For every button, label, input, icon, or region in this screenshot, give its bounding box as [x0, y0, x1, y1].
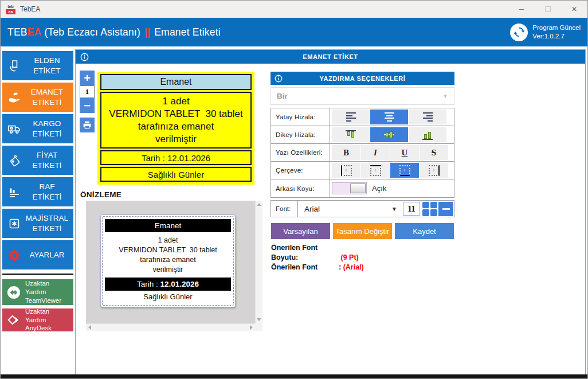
change-design-button[interactable]: Tasarım Değiştir — [333, 223, 392, 239]
brand-ea: EA — [28, 26, 42, 38]
border-left-icon: + — [341, 165, 352, 176]
bold-button[interactable]: B — [332, 145, 360, 160]
options-title: YAZDIRMA SEÇENEKLERİ — [271, 75, 454, 82]
preview-vertical-scrollbar[interactable] — [255, 201, 262, 323]
preview-horizontal-scrollbar[interactable] — [86, 323, 255, 331]
toggle-state-label: Açık — [372, 184, 386, 193]
recommended-font: Önerilen Font: (Arial) — [271, 263, 364, 272]
underline-button[interactable]: U — [390, 145, 419, 160]
font-size-value[interactable]: 11 — [403, 202, 420, 216]
align-center-button[interactable] — [370, 110, 408, 124]
background-dark-toggle[interactable] — [332, 182, 367, 194]
scrollbar-corner — [255, 323, 262, 331]
valign-middle-button[interactable] — [370, 127, 408, 142]
toggle-knob — [350, 183, 366, 193]
valign-bottom-button[interactable] — [409, 127, 446, 142]
horizontal-align-label: Yatay Hizala: — [271, 108, 330, 126]
label-line2: VERMIDON TABLET 30 tablet — [109, 108, 242, 120]
font-row: Font: Arial ▼ 11 — [271, 200, 454, 217]
window-controls: ─ ✕ — [508, 1, 587, 18]
sidebar-item-kargo-etiketi[interactable]: KARGO ETİKETİ — [2, 114, 73, 143]
font-select-value[interactable]: Arial — [298, 205, 391, 213]
sidebar-item-emanet-etiketi[interactable]: EMANET ETİKETİ — [2, 83, 73, 112]
label-line4: verilmiştir — [155, 133, 197, 146]
sidebar: ELDEN ETİKET EMANET ETİKETİ — [2, 51, 73, 335]
sidebar-item-ayarlar[interactable]: AYARLAR — [2, 240, 73, 269]
options-table: Yatay Hizala: Dikey Hizala: — [271, 108, 454, 198]
chevron-down-icon[interactable]: ▼ — [391, 206, 397, 212]
brand-rest: (Teb Eczacı Asistanı) — [41, 26, 140, 38]
maximize-button[interactable] — [535, 1, 561, 18]
scroll-left-icon[interactable] — [88, 325, 91, 330]
italic-button[interactable]: I — [361, 145, 390, 160]
app-logo-bottom: ea — [6, 9, 15, 14]
valign-top-icon — [345, 130, 356, 140]
strikethrough-button[interactable]: S — [420, 145, 448, 160]
align-left-button[interactable] — [332, 110, 370, 124]
sidebar-item-raf-etiketi[interactable]: RAF ETİKETİ — [2, 177, 73, 206]
align-left-icon — [346, 112, 356, 122]
increase-copies-button[interactable]: + — [80, 71, 95, 85]
scroll-up-icon[interactable] — [257, 203, 261, 206]
font-size-increase-button[interactable] — [422, 202, 437, 216]
background-dark-label: Arkası Koyu: — [271, 179, 330, 197]
label-title[interactable]: Emanet — [100, 74, 252, 90]
maximize-icon — [545, 6, 551, 12]
scroll-right-icon[interactable] — [250, 325, 253, 330]
valign-top-button[interactable] — [332, 127, 370, 142]
app-logo-icon: teb ea — [6, 5, 15, 14]
gear-icon — [5, 248, 23, 263]
teamviewer-icon — [5, 284, 23, 300]
border-left-button[interactable]: + — [332, 163, 360, 178]
scroll-down-icon[interactable] — [257, 318, 261, 321]
hand-receipt-icon — [5, 59, 23, 73]
frame-row: Çerçeve: + + + + — [271, 162, 454, 179]
sidebar-item-fiyat-etiketi[interactable]: FİYAT ETİKETİ — [2, 146, 73, 175]
border-top-button[interactable]: + — [361, 163, 390, 178]
minimize-button[interactable]: ─ — [508, 1, 535, 18]
print-options-panel: YAZDIRMA SEÇENEKLERİ Bir ▼ Yatay Hizala: — [271, 72, 454, 217]
printer-icon — [82, 120, 92, 130]
align-right-button[interactable] — [409, 110, 446, 124]
sidebar-item-label: AYARLAR — [23, 250, 70, 260]
label-body[interactable]: 1 adet VERMIDON TABLET 30 tablet tarafın… — [100, 92, 252, 149]
label-footer[interactable]: Sağlıklı Günler — [100, 167, 252, 182]
sidebar-item-label: MAJİSTRAL ETİKETİ — [23, 213, 70, 233]
sidebar-item-label: FİYAT ETİKETİ — [23, 150, 70, 170]
label-date[interactable]: Tarih : 12.01.2026 — [100, 150, 252, 165]
border-bottom-button[interactable]: + — [390, 163, 419, 178]
app-logo-top: teb — [6, 5, 15, 9]
valign-middle-icon — [383, 130, 395, 140]
label-editor[interactable]: Emanet 1 adet VERMIDON TABLET 30 tablet … — [97, 72, 254, 185]
titlebar: teb ea TebEA ─ ✕ — [1, 1, 587, 18]
sidebar-item-elden-etiket[interactable]: ELDEN ETİKET — [2, 51, 73, 80]
sidebar-item-teamviewer[interactable]: Uzaktan Yardım TeamViewer — [2, 279, 73, 305]
preview-card-inner: Emanet 1 adet VERMIDON TABLET 30 tablet … — [102, 216, 234, 306]
underline-icon: U — [402, 148, 408, 158]
refresh-icon[interactable] — [510, 24, 528, 41]
text-style-row: Yazı Özellikleri: B I U S — [271, 144, 454, 162]
copies-toolbar: + 1 − — [80, 71, 95, 132]
border-right-button[interactable]: + — [420, 163, 448, 178]
hand-pill-icon — [5, 90, 23, 105]
brand-separator: || — [144, 26, 150, 38]
close-button[interactable]: ✕ — [561, 1, 587, 18]
save-button[interactable]: Kaydet — [395, 223, 454, 239]
action-buttons: Varsayılan Tasarım Değiştir Kaydet — [271, 223, 454, 239]
vertical-align-row: Dikey Hizala: — [271, 126, 454, 144]
sidebar-item-anydesk[interactable]: Uzaktan Yardım AnyDesk — [2, 308, 73, 331]
sidebar-item-majistral-etiketi[interactable]: MAJİSTRAL ETİKETİ — [2, 209, 73, 238]
sidebar-item-label: EMANET ETİKETİ — [23, 87, 70, 107]
frame-label: Çerçeve: — [271, 162, 330, 179]
app-brand: TEBEA (Teb Eczacı Asistanı)||Emanet Etik… — [7, 26, 221, 38]
font-size-decrease-button[interactable] — [438, 202, 453, 216]
main-panel-title: EMANET ETİKET — [76, 53, 585, 60]
brand-teb: TEB — [7, 26, 28, 38]
decrease-copies-button[interactable]: − — [80, 98, 95, 113]
align-right-icon — [423, 112, 433, 122]
text-style-label: Yazı Özellikleri: — [271, 144, 330, 161]
default-button[interactable]: Varsayılan — [271, 223, 330, 239]
section-select[interactable]: Bir ▼ — [271, 87, 454, 105]
majistral-star-icon — [5, 217, 23, 230]
print-button[interactable] — [80, 118, 95, 132]
